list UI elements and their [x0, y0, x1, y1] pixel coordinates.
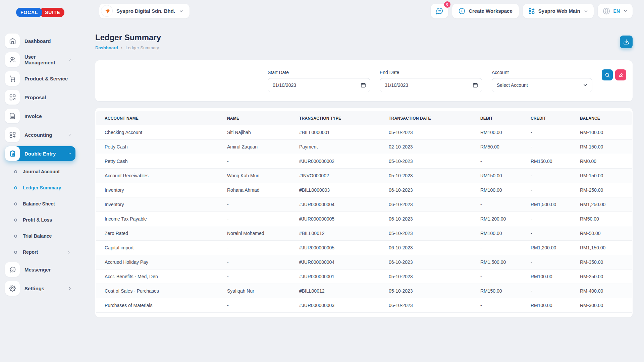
- sidebar-item-proposal[interactable]: Proposal: [5, 90, 75, 105]
- cell-debit: RM150.00: [480, 169, 531, 183]
- sidebar-subitem-profit-loss[interactable]: Profit & Loss: [0, 213, 80, 227]
- cell-transaction-type: #JUR000000001: [299, 269, 389, 284]
- cell-balance: RM-150.00: [580, 140, 632, 154]
- cell-debit: -: [480, 298, 531, 313]
- cell-transaction-type: #INVO000002: [299, 169, 389, 183]
- cell-name: Noraini Mohamed: [227, 226, 299, 241]
- end-date-field: End Date: [380, 70, 482, 92]
- account-select[interactable]: Select Account: [492, 78, 592, 92]
- create-workspace-label: Create Workspace: [469, 8, 513, 14]
- column-header: CREDIT: [531, 111, 580, 125]
- sidebar-item-label: User Management: [24, 54, 63, 65]
- table-row: InventoryRohana Ahmad#BILL000000306-10-2…: [96, 183, 632, 197]
- start-date-input[interactable]: [268, 78, 370, 92]
- table-row: Capital import-#JUR00000000506-10-2023-R…: [96, 241, 632, 255]
- cell-account-name: Account Receivables: [96, 169, 227, 183]
- ledger-table: ACCOUNT NAMENAMETRANSACTION TYPETRANSACT…: [96, 111, 632, 313]
- company-workspace-selector[interactable]: Syspro Digital Sdn. Bhd.: [99, 4, 190, 18]
- cell-transaction-type: #JUR000000005: [299, 212, 389, 226]
- sidebar-item-user-management[interactable]: User Management: [5, 52, 75, 67]
- cell-balance: RM-250.00: [580, 183, 632, 197]
- sidebar-item-product-service[interactable]: Product & Service: [5, 71, 75, 86]
- page-head: Ledger Summary Dashboard › Ledger Summar…: [95, 33, 633, 50]
- sidebar-item-double-entry[interactable]: Double Entry: [5, 146, 75, 161]
- sidebar-item-label: Invoice: [24, 113, 72, 119]
- bullet-icon: [14, 202, 17, 205]
- cell-transaction-date: 05-10-2023: [389, 169, 480, 183]
- table-row: Income Tax Payable-#JUR00000000506-10-20…: [96, 212, 632, 226]
- sidebar-item-label: Accounting: [24, 132, 63, 138]
- cell-name: -: [227, 241, 299, 255]
- cell-balance: RM0.00: [580, 154, 632, 169]
- create-workspace-button[interactable]: Create Workspace: [452, 4, 519, 18]
- cell-transaction-date: 06-10-2023: [389, 255, 480, 269]
- app-root: FOCAL SUITE DashboardUser ManagementProd…: [0, 0, 644, 362]
- workspace-switcher[interactable]: Syspro Web Main: [523, 4, 594, 18]
- cell-name: Syafiqah Nur: [227, 284, 299, 298]
- cell-account-name: Inventory: [96, 183, 227, 197]
- sidebar-subitem-label: Profit & Loss: [23, 217, 80, 223]
- column-header: TRANSACTION DATE: [389, 111, 480, 125]
- sidebar-item-invoice[interactable]: Invoice: [5, 109, 75, 123]
- app-logo[interactable]: FOCAL SUITE: [0, 5, 80, 20]
- cell-transaction-date: 05-10-2023: [389, 226, 480, 241]
- chevron-down-icon: [179, 9, 183, 13]
- plus-circle-icon: [459, 8, 465, 14]
- search-button[interactable]: [602, 69, 613, 80]
- topbar-right: 0 Create Workspace Syspro Web Main: [431, 4, 633, 18]
- table-row: Account ReceivablesWong Kah Mun#INVO0000…: [96, 169, 632, 183]
- table-body: Checking AccountSiti Najihah#BILL0000001…: [96, 125, 632, 313]
- breadcrumb-dashboard-link[interactable]: Dashboard: [95, 45, 118, 50]
- cell-transaction-type: #JUR000000004: [299, 197, 389, 212]
- sidebar-subitem-report[interactable]: Report: [0, 245, 80, 259]
- table-row: Accr. Benefits - Med, Den-#JUR0000000010…: [96, 269, 632, 284]
- eraser-icon: [618, 72, 624, 78]
- cell-name: -: [227, 298, 299, 313]
- language-selector[interactable]: EN: [598, 4, 633, 18]
- sidebar-submenu-double-entry: Journal AccountLedger SummaryBalance She…: [0, 165, 80, 259]
- cell-transaction-date: 05-10-2023: [389, 125, 480, 140]
- sidebar-item-dashboard[interactable]: Dashboard: [5, 34, 75, 48]
- chevron-down-icon: [584, 9, 588, 13]
- globe-icon: [603, 7, 610, 15]
- table-row: Checking AccountSiti Najihah#BILL0000001…: [96, 125, 632, 140]
- cell-transaction-type: Payment: [299, 140, 389, 154]
- sidebar-subitem-label: Report: [23, 249, 61, 255]
- sidebar-subitem-label: Journal Account: [23, 169, 80, 174]
- cell-account-name: Checking Account: [96, 125, 227, 140]
- download-button[interactable]: [620, 36, 633, 48]
- cell-balance: RM-300.00: [580, 298, 632, 313]
- logo-suite: SUITE: [40, 8, 64, 17]
- sidebar-item-messenger[interactable]: Messenger: [5, 262, 75, 277]
- cell-name: Wong Kah Mun: [227, 169, 299, 183]
- page-title: Ledger Summary: [95, 33, 161, 42]
- cell-credit: -: [531, 125, 580, 140]
- filter-buttons: [602, 69, 626, 80]
- table-row: Petty CashAmirul ZaquanPayment02-10-2023…: [96, 140, 632, 154]
- messenger-icon: [5, 262, 20, 277]
- sidebar-subitem-trial-balance[interactable]: Trial Balance: [0, 229, 80, 243]
- sidebar-subitem-journal-account[interactable]: Journal Account: [0, 165, 80, 178]
- cell-transaction-date: 05-10-2023: [389, 154, 480, 169]
- messages-button[interactable]: 0: [431, 4, 448, 18]
- bullet-icon: [14, 186, 17, 189]
- sidebar-item-label: Proposal: [24, 95, 72, 100]
- sidebar-subitem-ledger-summary[interactable]: Ledger Summary: [0, 181, 80, 194]
- cell-name: -: [227, 269, 299, 284]
- sidebar-subitem-balance-sheet[interactable]: Balance Sheet: [0, 197, 80, 210]
- table-head: ACCOUNT NAMENAMETRANSACTION TYPETRANSACT…: [96, 111, 632, 125]
- cell-debit: -: [480, 269, 531, 284]
- clear-filter-button[interactable]: [615, 69, 626, 80]
- cell-balance: RM-400.00: [580, 284, 632, 298]
- cell-transaction-type: #BILL00012: [299, 226, 389, 241]
- sidebar-item-settings[interactable]: Settings: [5, 281, 75, 296]
- cell-name: -: [227, 212, 299, 226]
- cell-credit: -: [531, 255, 580, 269]
- cell-name: -: [227, 154, 299, 169]
- column-header: TRANSACTION TYPE: [299, 111, 389, 125]
- cell-debit: -: [480, 197, 531, 212]
- end-date-input[interactable]: [380, 78, 482, 92]
- sidebar-item-accounting[interactable]: Accounting: [5, 127, 75, 142]
- cell-account-name: Accrued Holiday Pay: [96, 255, 227, 269]
- bullet-icon: [14, 251, 17, 254]
